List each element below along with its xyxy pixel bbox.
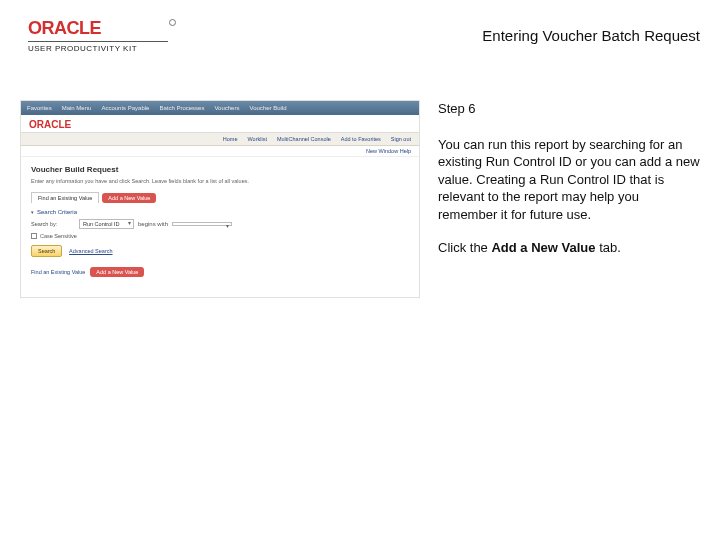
logo-block: ORACLE USER PRODUCTIVITY KIT bbox=[28, 18, 168, 53]
main-content: Favorites Main Menu Accounts Payable Bat… bbox=[20, 100, 700, 298]
nav-link[interactable]: MultiChannel Console bbox=[277, 136, 331, 142]
search-value-input[interactable] bbox=[172, 222, 232, 226]
form-intro: Enter any information you have and click… bbox=[31, 178, 409, 184]
case-sensitive-checkbox[interactable] bbox=[31, 233, 37, 239]
breadcrumb-item: Batch Processes bbox=[159, 105, 204, 111]
action-prefix: Click the bbox=[438, 240, 491, 255]
section-label: Search Criteria bbox=[37, 209, 77, 215]
breadcrumb-item: Accounts Payable bbox=[101, 105, 149, 111]
action-bold: Add a New Value bbox=[491, 240, 595, 255]
field-label: Search by: bbox=[31, 221, 75, 227]
breadcrumb-bar: Favorites Main Menu Accounts Payable Bat… bbox=[21, 101, 419, 115]
footer-tab-add-new[interactable]: Add a New Value bbox=[90, 267, 144, 277]
breadcrumb-item: Favorites bbox=[27, 105, 52, 111]
nav-link[interactable]: Add to Favorites bbox=[341, 136, 381, 142]
instruction-action: Click the Add a New Value tab. bbox=[438, 239, 700, 257]
action-suffix: tab. bbox=[596, 240, 621, 255]
advanced-search-link[interactable]: Advanced Search bbox=[69, 248, 112, 254]
nav-link[interactable]: Sign out bbox=[391, 136, 411, 142]
form-title: Voucher Build Request bbox=[31, 165, 409, 174]
instruction-body: You can run this report by searching for… bbox=[438, 136, 700, 224]
logo-divider bbox=[28, 41, 168, 42]
search-by-field: Search by: Run Control ID begins with bbox=[31, 219, 409, 229]
instructions-panel: Step 6 You can run this report by search… bbox=[438, 100, 700, 298]
case-sensitive-row: Case Sensitive bbox=[31, 233, 409, 239]
breadcrumb-item: Main Menu bbox=[62, 105, 92, 111]
app-nav: Home Worklist MultiChannel Console Add t… bbox=[21, 133, 419, 146]
nav-link[interactable]: Worklist bbox=[247, 136, 266, 142]
app-body: Voucher Build Request Enter any informat… bbox=[21, 157, 419, 297]
app-oracle-logo: ORACLE bbox=[29, 119, 71, 130]
app-brand-bar: ORACLE bbox=[21, 115, 419, 133]
tab-row: Find an Existing Value Add a New Value bbox=[31, 192, 409, 203]
oracle-logo: ORACLE bbox=[28, 18, 168, 39]
app-screenshot: Favorites Main Menu Accounts Payable Bat… bbox=[20, 100, 420, 298]
header: ORACLE USER PRODUCTIVITY KIT Entering Vo… bbox=[28, 18, 700, 53]
page-title: Entering Voucher Batch Request bbox=[482, 27, 700, 44]
action-row: Search Advanced Search bbox=[31, 245, 409, 257]
nav-link[interactable]: Home bbox=[223, 136, 238, 142]
footer-tab-row: Find an Existing Value Add a New Value bbox=[31, 267, 409, 277]
footer-tab-existing[interactable]: Find an Existing Value bbox=[31, 269, 85, 275]
search-button[interactable]: Search bbox=[31, 245, 62, 257]
breadcrumb-item: Vouchers bbox=[214, 105, 239, 111]
step-label: Step 6 bbox=[438, 100, 700, 118]
checkbox-label: Case Sensitive bbox=[40, 233, 77, 239]
search-by-dropdown[interactable]: Run Control ID bbox=[79, 219, 134, 229]
breadcrumb-item: Voucher Build bbox=[249, 105, 286, 111]
operator-text: begins with bbox=[138, 221, 168, 227]
logo-subtitle: USER PRODUCTIVITY KIT bbox=[28, 44, 168, 53]
tab-add-new-value[interactable]: Add a New Value bbox=[102, 193, 156, 203]
tab-find-existing[interactable]: Find an Existing Value bbox=[31, 192, 99, 203]
section-title: Search Criteria bbox=[31, 209, 409, 215]
app-subnav: New Window Help bbox=[21, 146, 419, 157]
